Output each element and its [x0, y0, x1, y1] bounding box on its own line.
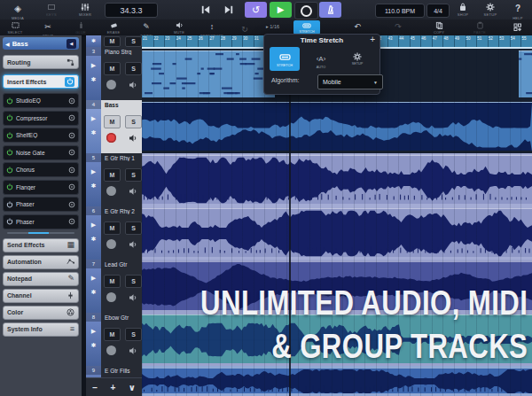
monitor-speaker-icon[interactable] — [129, 81, 137, 89]
time-signature-display[interactable]: 4/4 — [426, 4, 450, 18]
inspector-track-header[interactable]: ◀ Bass ◀ — [3, 37, 79, 50]
add-track-icon[interactable]: + — [110, 383, 115, 392]
collapse-tracks-icon[interactable]: ∨ — [129, 383, 136, 392]
freeze-icon[interactable]: ✱ — [91, 182, 97, 190]
solo-button[interactable]: S — [125, 328, 142, 341]
power-icon[interactable] — [6, 114, 13, 121]
effect-edit-icon[interactable] — [68, 114, 75, 121]
record-enable-button[interactable] — [106, 239, 116, 249]
monitor-speaker-icon[interactable] — [129, 187, 137, 196]
power-icon[interactable] — [6, 218, 13, 225]
paste-button[interactable]: PASTE — [465, 20, 495, 35]
ruler-bar-30[interactable]: 30 — [242, 35, 254, 47]
power-icon[interactable] — [6, 183, 13, 190]
tool-draw[interactable]: ✎DRAW — [131, 20, 161, 35]
effect-edit-icon[interactable] — [68, 218, 75, 225]
effect-slot-flanger[interactable]: Flanger — [3, 180, 79, 195]
audio-region-bass[interactable] — [142, 102, 532, 151]
ruler-bar-44[interactable]: 44 — [398, 35, 411, 47]
system-info-button[interactable]: System Info≡ — [3, 322, 79, 337]
tool-mute[interactable]: MUTE — [164, 20, 194, 35]
mute-button[interactable]: M — [104, 275, 121, 288]
notepad-button[interactable]: Notepad✎ — [3, 272, 79, 286]
cycle-loop-button[interactable]: ↺ — [245, 2, 267, 18]
effect-slot-noise-gate[interactable]: Noise Gate — [3, 145, 79, 160]
audio-region-piano-strg[interactable] — [519, 50, 532, 97]
ruler-bar-26[interactable]: 26 — [198, 35, 210, 47]
keys-button[interactable]: KEYS — [39, 1, 64, 19]
record-enable-button[interactable] — [106, 186, 116, 196]
effect-slot-phaser[interactable]: Phaser — [3, 197, 79, 212]
freeze-icon[interactable]: ✱ — [91, 76, 97, 83]
shrink-tracks-icon[interactable]: − — [92, 383, 98, 392]
copy-button[interactable]: COPY — [424, 20, 454, 35]
track-header-bass[interactable]: 4▶✱BassMS — [86, 100, 142, 153]
track-header-e-gtr-rhy-2[interactable]: 6▶✱E Gtr Rhy 2MS — [86, 206, 142, 260]
ruler-bar-22[interactable]: 22 — [153, 35, 166, 47]
popup-move-icon[interactable]: + — [370, 35, 375, 44]
tool-erase[interactable]: ERASE — [98, 20, 129, 35]
effect-slot-studioeq[interactable]: StudioEQ — [3, 93, 79, 108]
effect-edit-icon[interactable] — [68, 201, 75, 208]
ruler-bar-49[interactable]: 49 — [454, 35, 466, 47]
rewind-button[interactable] — [197, 1, 215, 19]
mixer-button[interactable]: MIXER — [73, 1, 98, 19]
automation-button[interactable]: Automation — [3, 255, 79, 269]
ruler-bar-43[interactable]: 43 — [387, 35, 400, 47]
tool-loop-tool[interactable]: ↻ — [230, 20, 260, 35]
power-icon[interactable] — [6, 201, 13, 208]
mute-button[interactable]: M — [104, 62, 121, 75]
mute-button[interactable]: M — [104, 328, 121, 341]
record-enable-button[interactable] — [106, 292, 116, 302]
send-effects-button[interactable]: Send Effects▦ — [3, 238, 79, 252]
tool-select[interactable]: SELECT — [0, 20, 30, 35]
routing-button[interactable]: Routing — [3, 55, 79, 69]
metronome-button[interactable] — [319, 2, 341, 18]
tool-glue[interactable]: GLUE — [66, 20, 96, 35]
snap-grid-value[interactable]: ▸ 1/16 — [266, 24, 279, 29]
freeze-icon[interactable]: ✱ — [91, 342, 97, 349]
track-play-icon[interactable]: ▶ — [91, 115, 96, 122]
ruler-bar-29[interactable]: 29 — [231, 35, 244, 47]
monitor-speaker-icon[interactable] — [129, 346, 137, 355]
power-icon[interactable] — [6, 132, 13, 139]
forward-button[interactable] — [220, 1, 238, 19]
effect-edit-icon[interactable] — [68, 183, 75, 190]
color-button[interactable]: Color — [3, 306, 79, 320]
solo-button[interactable]: S — [125, 275, 142, 288]
track-play-icon[interactable]: ▶ — [91, 275, 96, 282]
power-icon[interactable] — [6, 149, 13, 156]
ruler-bar-25[interactable]: 25 — [186, 35, 199, 47]
help-button[interactable]: ?HELP — [505, 1, 530, 19]
ruler-bar-24[interactable]: 24 — [176, 35, 188, 47]
effect-slot-compressor[interactable]: Compressor — [3, 111, 79, 126]
media-button[interactable]: ◈MEDIA — [5, 1, 30, 19]
stretch-tool-button[interactable]: STRETCH — [293, 20, 320, 35]
add-track-button[interactable] — [507, 20, 528, 35]
ruler-bar-46[interactable]: 46 — [420, 35, 433, 47]
effect-slot-chorus[interactable]: Chorus — [3, 162, 79, 177]
monitor-speaker-icon[interactable] — [129, 134, 137, 143]
track-play-icon[interactable]: ▶ — [91, 221, 96, 229]
ruler-bar-48[interactable]: 48 — [442, 35, 455, 47]
monitor-speaker-icon[interactable] — [129, 240, 137, 249]
undo-button[interactable]: ↶UNDO — [342, 20, 372, 35]
shop-button[interactable]: SHOP — [450, 1, 475, 19]
audio-region-piano-strg[interactable] — [142, 50, 275, 97]
track-color-strip[interactable]: 6▶✱ — [86, 206, 101, 260]
freeze-icon[interactable]: ✱ — [91, 289, 97, 296]
track-color-strip[interactable]: 5▶✱ — [86, 153, 101, 206]
ruler-bar-54[interactable]: 54 — [510, 35, 522, 47]
solo-button[interactable]: S — [125, 36, 142, 47]
record-enable-button[interactable] — [106, 80, 116, 89]
track-play-icon[interactable]: ▶ — [91, 328, 96, 335]
ruler-bar-53[interactable]: 53 — [498, 35, 511, 47]
track-play-icon[interactable]: ▶ — [91, 168, 96, 175]
mute-button[interactable]: M — [104, 168, 121, 182]
tool-transpose[interactable]: ↕TRANSPOSE — [197, 20, 227, 35]
setup-button[interactable]: SETUP — [478, 1, 503, 19]
effect-slot-phaser[interactable]: Phaser — [3, 214, 79, 229]
solo-button[interactable]: S — [125, 168, 142, 182]
tempo-display[interactable]: 110.0 BPM — [375, 4, 425, 18]
track-header-lead-gtr[interactable]: 7▶✱Lead GtrMS — [86, 260, 142, 313]
